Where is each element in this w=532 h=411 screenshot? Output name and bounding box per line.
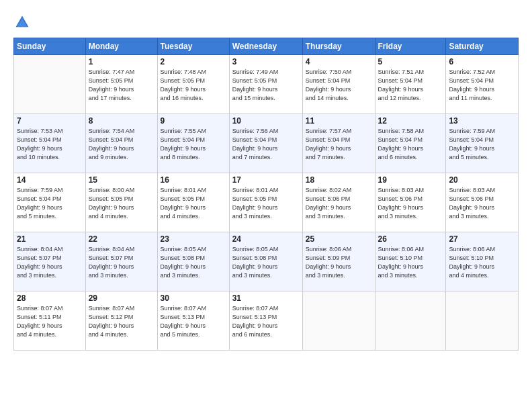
- calendar-week-row: 28Sunrise: 8:07 AM Sunset: 5:11 PM Dayli…: [14, 291, 519, 351]
- day-number: 31: [232, 293, 300, 303]
- day-number: 5: [378, 57, 443, 66]
- day-info: Sunrise: 8:07 AM Sunset: 5:13 PM Dayligh…: [161, 304, 226, 339]
- day-number: 11: [306, 116, 372, 126]
- calendar-table: SundayMondayTuesdayWednesdayThursdayFrid…: [13, 38, 519, 351]
- day-number: 30: [161, 293, 226, 303]
- day-info: Sunrise: 8:07 AM Sunset: 5:12 PM Dayligh…: [89, 304, 154, 339]
- calendar-day-cell: 19Sunrise: 8:03 AM Sunset: 5:06 PM Dayli…: [375, 173, 446, 232]
- calendar-day-cell: 17Sunrise: 8:01 AM Sunset: 5:05 PM Dayli…: [229, 173, 302, 232]
- day-of-week-header: Friday: [375, 38, 446, 55]
- calendar-day-cell: 29Sunrise: 8:07 AM Sunset: 5:12 PM Dayli…: [85, 291, 157, 351]
- logo-icon: [15, 15, 30, 30]
- day-number: 16: [161, 175, 226, 185]
- calendar-day-cell: 14Sunrise: 7:59 AM Sunset: 5:04 PM Dayli…: [14, 173, 86, 232]
- day-info: Sunrise: 8:07 AM Sunset: 5:13 PM Dayligh…: [232, 304, 300, 339]
- calendar-day-cell: 9Sunrise: 7:55 AM Sunset: 5:04 PM Daylig…: [157, 114, 229, 173]
- day-number: 3: [232, 57, 300, 66]
- calendar-day-cell: 15Sunrise: 8:00 AM Sunset: 5:05 PM Dayli…: [85, 173, 157, 232]
- calendar-day-cell: 28Sunrise: 8:07 AM Sunset: 5:11 PM Dayli…: [14, 291, 86, 351]
- calendar-day-cell: 20Sunrise: 8:03 AM Sunset: 5:06 PM Dayli…: [446, 173, 519, 232]
- calendar-day-cell: 4Sunrise: 7:50 AM Sunset: 5:04 PM Daylig…: [302, 55, 375, 114]
- calendar-day-cell: 31Sunrise: 8:07 AM Sunset: 5:13 PM Dayli…: [229, 291, 302, 351]
- calendar-day-cell: 12Sunrise: 7:58 AM Sunset: 5:04 PM Dayli…: [375, 114, 446, 173]
- day-number: 18: [306, 175, 372, 185]
- empty-day-cell: [446, 291, 519, 351]
- day-number: 24: [232, 234, 300, 244]
- day-info: Sunrise: 7:47 AM Sunset: 5:05 PM Dayligh…: [89, 68, 154, 103]
- calendar-day-cell: 26Sunrise: 8:06 AM Sunset: 5:10 PM Dayli…: [375, 232, 446, 291]
- day-info: Sunrise: 7:55 AM Sunset: 5:04 PM Dayligh…: [161, 127, 226, 162]
- day-info: Sunrise: 7:48 AM Sunset: 5:05 PM Dayligh…: [161, 68, 226, 103]
- calendar-day-cell: 27Sunrise: 8:06 AM Sunset: 5:10 PM Dayli…: [446, 232, 519, 291]
- day-of-week-header: Saturday: [446, 38, 519, 55]
- day-info: Sunrise: 7:57 AM Sunset: 5:04 PM Dayligh…: [306, 127, 372, 162]
- calendar-day-cell: 6Sunrise: 7:52 AM Sunset: 5:04 PM Daylig…: [446, 55, 519, 114]
- day-number: 17: [232, 175, 300, 185]
- day-info: Sunrise: 8:01 AM Sunset: 5:05 PM Dayligh…: [161, 186, 226, 221]
- header: [13, 12, 519, 32]
- calendar-day-cell: 21Sunrise: 8:04 AM Sunset: 5:07 PM Dayli…: [14, 232, 86, 291]
- day-of-week-header: Tuesday: [157, 38, 229, 55]
- calendar-day-cell: 30Sunrise: 8:07 AM Sunset: 5:13 PM Dayli…: [157, 291, 229, 351]
- calendar-day-cell: 11Sunrise: 7:57 AM Sunset: 5:04 PM Dayli…: [302, 114, 375, 173]
- day-info: Sunrise: 7:58 AM Sunset: 5:04 PM Dayligh…: [378, 127, 443, 162]
- day-info: Sunrise: 7:52 AM Sunset: 5:04 PM Dayligh…: [449, 68, 515, 103]
- calendar-day-cell: 1Sunrise: 7:47 AM Sunset: 5:05 PM Daylig…: [85, 55, 157, 114]
- day-info: Sunrise: 8:02 AM Sunset: 5:06 PM Dayligh…: [306, 186, 372, 221]
- day-number: 2: [161, 57, 226, 66]
- day-info: Sunrise: 8:05 AM Sunset: 5:08 PM Dayligh…: [161, 245, 226, 280]
- day-info: Sunrise: 7:59 AM Sunset: 5:04 PM Dayligh…: [17, 186, 83, 221]
- calendar-day-cell: 2Sunrise: 7:48 AM Sunset: 5:05 PM Daylig…: [157, 55, 229, 114]
- day-number: 12: [378, 116, 443, 126]
- day-number: 15: [89, 175, 154, 185]
- day-number: 22: [89, 234, 154, 244]
- day-number: 6: [449, 57, 515, 66]
- day-info: Sunrise: 7:51 AM Sunset: 5:04 PM Dayligh…: [378, 68, 443, 103]
- day-of-week-header: Monday: [85, 38, 157, 55]
- empty-day-cell: [302, 291, 375, 351]
- calendar-day-cell: 16Sunrise: 8:01 AM Sunset: 5:05 PM Dayli…: [157, 173, 229, 232]
- day-number: 14: [17, 175, 83, 185]
- day-info: Sunrise: 8:07 AM Sunset: 5:11 PM Dayligh…: [17, 304, 83, 339]
- calendar-day-cell: 8Sunrise: 7:54 AM Sunset: 5:04 PM Daylig…: [85, 114, 157, 173]
- day-info: Sunrise: 8:06 AM Sunset: 5:09 PM Dayligh…: [306, 245, 372, 280]
- day-number: 26: [378, 234, 443, 244]
- day-info: Sunrise: 8:03 AM Sunset: 5:06 PM Dayligh…: [449, 186, 515, 221]
- day-number: 21: [17, 234, 83, 244]
- calendar-day-cell: 5Sunrise: 7:51 AM Sunset: 5:04 PM Daylig…: [375, 55, 446, 114]
- day-info: Sunrise: 7:49 AM Sunset: 5:05 PM Dayligh…: [232, 68, 300, 103]
- day-info: Sunrise: 8:05 AM Sunset: 5:08 PM Dayligh…: [232, 245, 300, 280]
- calendar-day-cell: 7Sunrise: 7:53 AM Sunset: 5:04 PM Daylig…: [14, 114, 86, 173]
- day-number: 29: [89, 293, 154, 303]
- day-info: Sunrise: 8:04 AM Sunset: 5:07 PM Dayligh…: [89, 245, 154, 280]
- empty-day-cell: [14, 55, 86, 114]
- day-of-week-header: Thursday: [302, 38, 375, 55]
- calendar-week-row: 7Sunrise: 7:53 AM Sunset: 5:04 PM Daylig…: [14, 114, 519, 173]
- day-info: Sunrise: 8:06 AM Sunset: 5:10 PM Dayligh…: [378, 245, 443, 280]
- day-number: 19: [378, 175, 443, 185]
- calendar-week-row: 21Sunrise: 8:04 AM Sunset: 5:07 PM Dayli…: [14, 232, 519, 291]
- day-info: Sunrise: 7:56 AM Sunset: 5:04 PM Dayligh…: [232, 127, 300, 162]
- calendar-day-cell: 10Sunrise: 7:56 AM Sunset: 5:04 PM Dayli…: [229, 114, 302, 173]
- page: SundayMondayTuesdayWednesdayThursdayFrid…: [0, 0, 532, 411]
- calendar-day-cell: 3Sunrise: 7:49 AM Sunset: 5:05 PM Daylig…: [229, 55, 302, 114]
- day-number: 1: [89, 57, 154, 66]
- calendar-day-cell: 25Sunrise: 8:06 AM Sunset: 5:09 PM Dayli…: [302, 232, 375, 291]
- calendar-day-cell: 24Sunrise: 8:05 AM Sunset: 5:08 PM Dayli…: [229, 232, 302, 291]
- day-number: 20: [449, 175, 515, 185]
- calendar-day-cell: 23Sunrise: 8:05 AM Sunset: 5:08 PM Dayli…: [157, 232, 229, 291]
- day-number: 10: [232, 116, 300, 126]
- day-info: Sunrise: 7:54 AM Sunset: 5:04 PM Dayligh…: [89, 127, 154, 162]
- day-info: Sunrise: 8:06 AM Sunset: 5:10 PM Dayligh…: [449, 245, 515, 280]
- day-number: 25: [306, 234, 372, 244]
- day-info: Sunrise: 8:04 AM Sunset: 5:07 PM Dayligh…: [17, 245, 83, 280]
- logo: [13, 15, 30, 32]
- day-info: Sunrise: 8:01 AM Sunset: 5:05 PM Dayligh…: [232, 186, 300, 221]
- calendar-day-cell: 13Sunrise: 7:59 AM Sunset: 5:04 PM Dayli…: [446, 114, 519, 173]
- day-number: 13: [449, 116, 515, 126]
- day-of-week-header: Sunday: [14, 38, 86, 55]
- calendar-day-cell: 22Sunrise: 8:04 AM Sunset: 5:07 PM Dayli…: [85, 232, 157, 291]
- day-info: Sunrise: 7:50 AM Sunset: 5:04 PM Dayligh…: [306, 68, 372, 103]
- day-number: 8: [89, 116, 154, 126]
- day-of-week-header: Wednesday: [229, 38, 302, 55]
